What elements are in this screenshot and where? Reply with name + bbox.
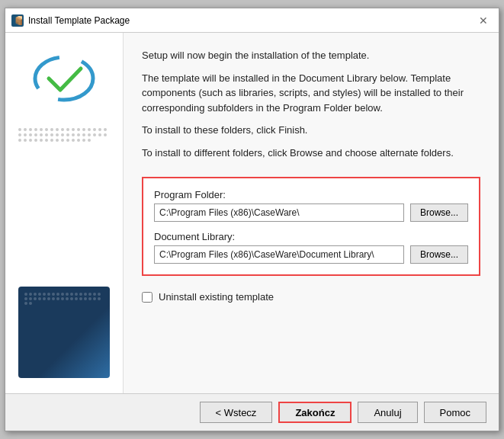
back-button[interactable]: < Wstecz xyxy=(200,402,273,423)
sidebar xyxy=(5,33,124,393)
finish-button[interactable]: Zakończ xyxy=(278,402,352,423)
intro-line3: To install to these folders, click Finis… xyxy=(142,123,480,138)
program-folder-group: Program Folder: Browse... xyxy=(154,189,468,222)
uninstall-label[interactable]: Uninstall existing template xyxy=(159,291,274,303)
cancel-button[interactable]: Anuluj xyxy=(358,402,417,423)
dots-pattern xyxy=(18,128,110,142)
uninstall-checkbox[interactable] xyxy=(142,292,152,303)
close-button[interactable]: ✕ xyxy=(474,11,493,30)
folder-section: Program Folder: Browse... Document Libra… xyxy=(142,177,480,276)
program-folder-row: Browse... xyxy=(154,203,468,222)
intro-line2: The template will be installed in the Do… xyxy=(142,71,480,116)
window-title: Install Template Package xyxy=(28,15,130,26)
program-folder-browse-button[interactable]: Browse... xyxy=(410,203,468,222)
document-library-browse-button[interactable]: Browse... xyxy=(410,245,468,264)
program-folder-input[interactable] xyxy=(154,203,404,222)
title-bar: 📦 Install Template Package ✕ xyxy=(5,8,499,33)
intro-line4: To install to different folders, click B… xyxy=(142,146,480,161)
document-library-row: Browse... xyxy=(154,245,468,264)
sidebar-bottom-dots xyxy=(18,287,110,311)
intro-text: Setup will now begin the installation of… xyxy=(142,48,480,168)
document-library-group: Document Library: Browse... xyxy=(154,231,468,264)
document-library-label: Document Library: xyxy=(154,231,468,242)
svg-text:📦: 📦 xyxy=(14,16,22,25)
help-button[interactable]: Pomoc xyxy=(424,402,486,423)
sidebar-bottom-decoration xyxy=(18,287,110,378)
svg-point-2 xyxy=(35,57,93,100)
logo-area xyxy=(22,48,106,109)
document-library-input[interactable] xyxy=(154,245,404,264)
program-folder-label: Program Folder: xyxy=(154,189,468,200)
logo-svg xyxy=(26,52,102,105)
install-template-window: 📦 Install Template Package ✕ xyxy=(5,8,499,431)
title-bar-left: 📦 Install Template Package xyxy=(11,14,130,27)
main-content: Setup will now begin the installation of… xyxy=(124,33,499,393)
intro-line1: Setup will now begin the installation of… xyxy=(142,48,480,63)
uninstall-checkbox-row: Uninstall existing template xyxy=(142,291,480,303)
footer: < Wstecz Zakończ Anuluj Pomoc xyxy=(5,393,499,431)
window-icon: 📦 xyxy=(11,14,24,27)
content-area: Setup will now begin the installation of… xyxy=(5,33,499,393)
